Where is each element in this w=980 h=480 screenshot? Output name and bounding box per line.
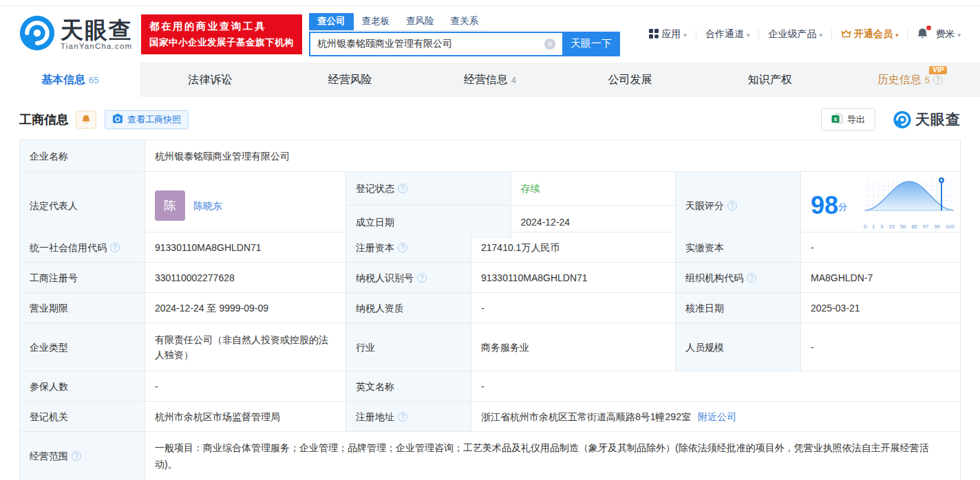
nav-divider [758, 30, 759, 40]
help-icon[interactable]: ? [72, 451, 81, 461]
business-scope-value: 一般项目：商业综合体管理服务；企业管理；品牌管理；企业管理咨询；工艺美术品及礼仪… [145, 432, 960, 480]
apps-grid-icon [649, 29, 659, 41]
field-label: 行业 [346, 323, 471, 371]
tianyancha-logo[interactable]: 天眼查 TianYanCha.com [19, 15, 133, 54]
tab-company-development[interactable]: 公司发展 [560, 63, 700, 97]
notification-bell-icon[interactable] [917, 28, 928, 42]
table-row: 统一社会信用代码? 91330110MA8GHLDN71 注册资本? 21741… [20, 232, 960, 263]
staff-size-value: - [801, 323, 960, 371]
field-label: 统一社会信用代码? [20, 232, 145, 262]
table-row: 经营范围? 一般项目：商业综合体管理服务；企业管理；品牌管理；企业管理咨询；工艺… [20, 432, 960, 480]
search-clear-icon[interactable]: ✕ [544, 39, 555, 50]
field-label: 法定代表人 [20, 172, 145, 239]
export-button[interactable]: x 导出 [821, 108, 875, 131]
insured-count-value: - [145, 371, 346, 401]
snapshot-button[interactable]: 查看工商快照 [105, 110, 189, 129]
avatar[interactable]: 陈 [155, 190, 185, 221]
nav-enterprise-label: 企业级产品 [768, 28, 816, 41]
tab-label: 经营风险 [328, 73, 372, 87]
help-icon[interactable]: ? [417, 273, 427, 283]
promo-banner-line2: 国家中小企业发展子基金旗下机构 [149, 34, 294, 50]
search-tab-boss[interactable]: 查老板 [354, 13, 398, 30]
table-row: 企业类型 有限责任公司（非自然人投资或控股的法人独资） 行业 商务服务业 人员规… [20, 323, 960, 371]
nearby-companies-link[interactable]: 附近公司 [698, 409, 736, 424]
field-label: 纳税人资质 [346, 293, 471, 323]
score-value: 98分 [811, 193, 847, 218]
tab-basic-info[interactable]: 基本信息 65 [0, 63, 140, 97]
field-label: 经营范围? [20, 432, 145, 480]
help-icon[interactable]: ? [110, 243, 120, 252]
search-area: 查公司 查老板 查风险 查关系 ✕ 天眼一下 [309, 13, 620, 56]
nav-divider [831, 30, 832, 40]
business-term-value: 2024-12-24 至 9999-09-09 [145, 293, 346, 323]
reg-number-value: 330110002277628 [145, 263, 346, 292]
search-tab-risk[interactable]: 查风险 [398, 13, 443, 30]
nav-divider [907, 30, 908, 40]
help-icon[interactable]: ? [727, 201, 737, 210]
english-name-value: - [471, 371, 960, 401]
watermark-text: 天眼查 [915, 110, 961, 129]
status-subgrid: 登记状态? 存续 成立日期 2024-12-24 [346, 172, 676, 239]
reg-capital-value: 217410.1万人民币 [471, 232, 676, 262]
search-tab-company[interactable]: 查公司 [309, 13, 354, 30]
tab-intellectual-property[interactable]: 知识产权 [700, 63, 840, 97]
reg-address-value: 浙江省杭州市余杭区五常街道高顺路8号1幢292室 [481, 409, 691, 424]
field-label: 企业名称 [20, 140, 145, 171]
tab-legal-litigation[interactable]: 法律诉讼 [140, 63, 279, 97]
company-type-value: 有限责任公司（非自然人投资或控股的法人独资） [145, 323, 346, 371]
table-row: 法定代表人 陈 陈晓东 登记状态? 存续 成立日期 2024-12-24 天眼评… [20, 172, 960, 232]
tianyancha-logo-icon [19, 15, 55, 54]
table-row: 登记机关 杭州市余杭区市场监督管理局 注册地址? 浙江省杭州市余杭区五常街道高顺… [20, 402, 960, 432]
tab-history-info[interactable]: 历史信息 5 ? VIP [840, 63, 980, 97]
reg-address-cell: 浙江省杭州市余杭区五常街道高顺路8号1幢292室 附近公司 [471, 402, 960, 431]
help-icon[interactable]: ? [398, 412, 407, 422]
legal-rep-cell: 陈 陈晓东 [145, 172, 346, 239]
search-tab-relation[interactable]: 查关系 [443, 13, 487, 30]
table-row: 参保人数 - 英文名称 - [20, 371, 960, 402]
snapshot-button-label: 查看工商快照 [127, 113, 181, 126]
nav-partner[interactable]: 合作通道 ▾ [705, 28, 750, 41]
help-icon[interactable]: ? [933, 75, 943, 85]
notification-badge [926, 25, 931, 30]
camera-icon [112, 113, 123, 126]
company-name-value: 杭州银泰铭颐商业管理有限公司 [145, 140, 960, 171]
field-label: 企业类型 [20, 323, 145, 371]
help-icon[interactable]: ? [398, 184, 407, 193]
tab-count: 4 [511, 75, 516, 85]
tab-operation-risk[interactable]: 经营风险 [280, 63, 420, 97]
nav-enterprise[interactable]: 企业级产品 ▾ [768, 28, 822, 41]
field-label: 英文名称 [346, 371, 471, 401]
logo-title: 天眼查 [61, 19, 133, 42]
crown-icon [841, 29, 851, 40]
field-label: 登记状态? [346, 172, 511, 205]
field-label: 实缴资本 [676, 232, 801, 262]
chevron-down-icon: ▾ [747, 32, 750, 39]
chevron-down-icon: ▾ [819, 32, 822, 39]
nav-divider [696, 30, 696, 40]
reg-authority-value: 杭州市余杭区市场监督管理局 [145, 402, 346, 431]
field-label: 纳税人识别号? [346, 263, 471, 292]
tab-label: 公司发展 [608, 73, 652, 87]
score-cell: 98分 [801, 172, 960, 239]
tab-label: 历史信息 [877, 73, 922, 87]
taxpayer-id-value: 91330110MA8GHLDN71 [471, 263, 676, 292]
nav-user-menu[interactable]: 费米 ▾ [935, 28, 961, 41]
monitor-bell-button[interactable] [76, 111, 96, 129]
chevron-down-icon: ▾ [683, 32, 687, 39]
legal-rep-link[interactable]: 陈晓东 [193, 198, 222, 213]
help-icon[interactable]: ? [747, 273, 756, 283]
tab-operation-info[interactable]: 经营信息 4 [420, 63, 560, 97]
tab-label: 基本信息 [41, 73, 85, 87]
tab-label: 经营信息 [464, 73, 508, 87]
help-icon[interactable]: ? [398, 243, 407, 252]
search-input[interactable] [309, 32, 562, 56]
section-header: 工商信息 查看工商快照 x 导出 天眼查 [19, 108, 961, 131]
paid-capital-value: - [801, 232, 960, 262]
search-button[interactable]: 天眼一下 [562, 32, 620, 56]
nav-open-vip[interactable]: 开通会员 ▾ [841, 28, 899, 41]
nav-apps[interactable]: 应用 ▾ [649, 28, 687, 41]
page-tab-bar: 基本信息 65 法律诉讼 经营风险 经营信息 4 公司发展 知识产权 历史信息 … [0, 63, 980, 97]
field-label: 天眼评分? [676, 172, 801, 239]
section-title: 工商信息 [19, 111, 69, 128]
field-label: 工商注册号 [20, 263, 145, 292]
